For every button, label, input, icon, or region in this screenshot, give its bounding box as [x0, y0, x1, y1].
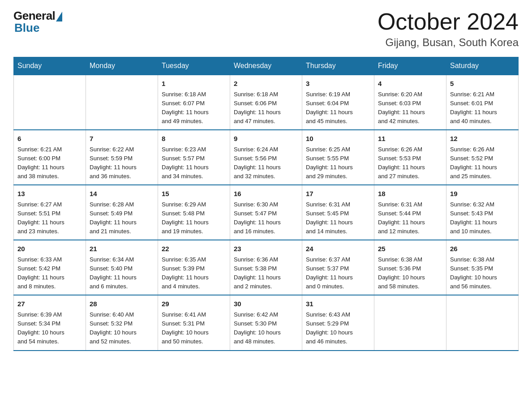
calendar-cell: 23Sunrise: 6:36 AM Sunset: 5:38 PM Dayli…: [230, 240, 302, 295]
day-info: Sunrise: 6:33 AM Sunset: 5:42 PM Dayligh…: [17, 255, 82, 291]
weekday-header-saturday: Saturday: [446, 57, 519, 75]
calendar-cell: 4Sunrise: 6:20 AM Sunset: 6:03 PM Daylig…: [374, 75, 446, 130]
day-number: 12: [450, 134, 515, 144]
day-number: 21: [90, 244, 154, 254]
calendar-cell: 29Sunrise: 6:41 AM Sunset: 5:31 PM Dayli…: [158, 295, 230, 350]
day-number: 22: [162, 244, 226, 254]
calendar-table: SundayMondayTuesdayWednesdayThursdayFrid…: [13, 57, 519, 351]
calendar-cell: 3Sunrise: 6:19 AM Sunset: 6:04 PM Daylig…: [302, 75, 374, 130]
calendar-cell: 17Sunrise: 6:31 AM Sunset: 5:45 PM Dayli…: [302, 185, 374, 240]
day-info: Sunrise: 6:27 AM Sunset: 5:51 PM Dayligh…: [17, 200, 82, 236]
calendar-cell: 27Sunrise: 6:39 AM Sunset: 5:34 PM Dayli…: [14, 295, 86, 350]
weekday-header-thursday: Thursday: [302, 57, 374, 75]
day-number: 25: [378, 244, 442, 254]
day-number: 18: [378, 189, 442, 199]
day-number: 16: [234, 189, 298, 199]
day-info: Sunrise: 6:22 AM Sunset: 5:59 PM Dayligh…: [90, 145, 154, 181]
day-info: Sunrise: 6:32 AM Sunset: 5:43 PM Dayligh…: [450, 200, 515, 236]
calendar-cell: 11Sunrise: 6:26 AM Sunset: 5:53 PM Dayli…: [374, 130, 446, 185]
week-row-5: 27Sunrise: 6:39 AM Sunset: 5:34 PM Dayli…: [14, 295, 519, 350]
logo-blue-text: Blue: [14, 21, 39, 35]
day-number: 26: [450, 244, 515, 254]
day-info: Sunrise: 6:37 AM Sunset: 5:37 PM Dayligh…: [306, 255, 370, 291]
calendar-cell: 19Sunrise: 6:32 AM Sunset: 5:43 PM Dayli…: [446, 185, 519, 240]
day-number: 6: [17, 134, 82, 144]
day-number: 14: [90, 189, 154, 199]
calendar-cell: 2Sunrise: 6:18 AM Sunset: 6:06 PM Daylig…: [230, 75, 302, 130]
day-info: Sunrise: 6:26 AM Sunset: 5:52 PM Dayligh…: [450, 145, 515, 181]
day-info: Sunrise: 6:31 AM Sunset: 5:44 PM Dayligh…: [378, 200, 442, 236]
day-info: Sunrise: 6:35 AM Sunset: 5:39 PM Dayligh…: [162, 255, 226, 291]
day-info: Sunrise: 6:25 AM Sunset: 5:55 PM Dayligh…: [306, 145, 370, 181]
day-number: 13: [17, 189, 82, 199]
calendar-cell: 16Sunrise: 6:30 AM Sunset: 5:47 PM Dayli…: [230, 185, 302, 240]
calendar-cell: 30Sunrise: 6:42 AM Sunset: 5:30 PM Dayli…: [230, 295, 302, 350]
day-number: 31: [306, 299, 370, 309]
calendar-cell: 26Sunrise: 6:38 AM Sunset: 5:35 PM Dayli…: [446, 240, 519, 295]
calendar-cell: 10Sunrise: 6:25 AM Sunset: 5:55 PM Dayli…: [302, 130, 374, 185]
calendar-cell: 7Sunrise: 6:22 AM Sunset: 5:59 PM Daylig…: [86, 130, 158, 185]
calendar-cell: 5Sunrise: 6:21 AM Sunset: 6:01 PM Daylig…: [446, 75, 519, 130]
calendar-cell: [14, 75, 86, 130]
day-number: 30: [234, 299, 298, 309]
calendar-cell: [446, 295, 519, 350]
day-number: 2: [234, 79, 298, 89]
day-number: 7: [90, 134, 154, 144]
day-info: Sunrise: 6:24 AM Sunset: 5:56 PM Dayligh…: [234, 145, 298, 181]
day-info: Sunrise: 6:36 AM Sunset: 5:38 PM Dayligh…: [234, 255, 298, 291]
calendar-cell: 28Sunrise: 6:40 AM Sunset: 5:32 PM Dayli…: [86, 295, 158, 350]
day-number: 19: [450, 189, 515, 199]
week-row-2: 6Sunrise: 6:21 AM Sunset: 6:00 PM Daylig…: [14, 130, 519, 185]
day-info: Sunrise: 6:28 AM Sunset: 5:49 PM Dayligh…: [90, 200, 154, 236]
calendar-cell: 14Sunrise: 6:28 AM Sunset: 5:49 PM Dayli…: [86, 185, 158, 240]
logo-triangle-icon: [56, 12, 62, 21]
day-number: 24: [306, 244, 370, 254]
weekday-header-monday: Monday: [86, 57, 158, 75]
weekday-header-friday: Friday: [374, 57, 446, 75]
calendar-cell: 13Sunrise: 6:27 AM Sunset: 5:51 PM Dayli…: [14, 185, 86, 240]
day-info: Sunrise: 6:34 AM Sunset: 5:40 PM Dayligh…: [90, 255, 154, 291]
day-info: Sunrise: 6:39 AM Sunset: 5:34 PM Dayligh…: [17, 310, 82, 347]
day-info: Sunrise: 6:20 AM Sunset: 6:03 PM Dayligh…: [378, 90, 442, 126]
title-area: October 2024 Gijang, Busan, South Korea: [378, 9, 519, 49]
day-number: 10: [306, 134, 370, 144]
day-number: 11: [378, 134, 442, 144]
day-info: Sunrise: 6:19 AM Sunset: 6:04 PM Dayligh…: [306, 90, 370, 126]
day-number: 20: [17, 244, 82, 254]
calendar-cell: 8Sunrise: 6:23 AM Sunset: 5:57 PM Daylig…: [158, 130, 230, 185]
day-info: Sunrise: 6:18 AM Sunset: 6:07 PM Dayligh…: [162, 90, 226, 126]
calendar-cell: 12Sunrise: 6:26 AM Sunset: 5:52 PM Dayli…: [446, 130, 519, 185]
day-info: Sunrise: 6:29 AM Sunset: 5:48 PM Dayligh…: [162, 200, 226, 236]
day-number: 1: [162, 79, 226, 89]
week-row-1: 1Sunrise: 6:18 AM Sunset: 6:07 PM Daylig…: [14, 75, 519, 130]
weekday-header-wednesday: Wednesday: [230, 57, 302, 75]
weekday-header-tuesday: Tuesday: [158, 57, 230, 75]
calendar-cell: 20Sunrise: 6:33 AM Sunset: 5:42 PM Dayli…: [14, 240, 86, 295]
day-info: Sunrise: 6:18 AM Sunset: 6:06 PM Dayligh…: [234, 90, 298, 126]
weekday-header-row: SundayMondayTuesdayWednesdayThursdayFrid…: [14, 57, 519, 75]
calendar-cell: 6Sunrise: 6:21 AM Sunset: 6:00 PM Daylig…: [14, 130, 86, 185]
day-info: Sunrise: 6:26 AM Sunset: 5:53 PM Dayligh…: [378, 145, 442, 181]
location-title: Gijang, Busan, South Korea: [378, 36, 519, 49]
weekday-header-sunday: Sunday: [14, 57, 86, 75]
day-number: 28: [90, 299, 154, 309]
day-number: 5: [450, 79, 515, 89]
day-info: Sunrise: 6:31 AM Sunset: 5:45 PM Dayligh…: [306, 200, 370, 236]
calendar-cell: [374, 295, 446, 350]
page-header: General Blue October 2024 Gijang, Busan,…: [13, 9, 519, 49]
day-info: Sunrise: 6:38 AM Sunset: 5:35 PM Dayligh…: [450, 255, 515, 291]
day-number: 23: [234, 244, 298, 254]
day-number: 8: [162, 134, 226, 144]
day-info: Sunrise: 6:41 AM Sunset: 5:31 PM Dayligh…: [162, 310, 226, 347]
day-info: Sunrise: 6:40 AM Sunset: 5:32 PM Dayligh…: [90, 310, 154, 347]
day-number: 4: [378, 79, 442, 89]
day-number: 29: [162, 299, 226, 309]
week-row-3: 13Sunrise: 6:27 AM Sunset: 5:51 PM Dayli…: [14, 185, 519, 240]
calendar-cell: 18Sunrise: 6:31 AM Sunset: 5:44 PM Dayli…: [374, 185, 446, 240]
week-row-4: 20Sunrise: 6:33 AM Sunset: 5:42 PM Dayli…: [14, 240, 519, 295]
day-info: Sunrise: 6:21 AM Sunset: 6:00 PM Dayligh…: [17, 145, 82, 181]
day-info: Sunrise: 6:23 AM Sunset: 5:57 PM Dayligh…: [162, 145, 226, 181]
day-number: 27: [17, 299, 82, 309]
calendar-cell: 24Sunrise: 6:37 AM Sunset: 5:37 PM Dayli…: [302, 240, 374, 295]
day-info: Sunrise: 6:38 AM Sunset: 5:36 PM Dayligh…: [378, 255, 442, 291]
